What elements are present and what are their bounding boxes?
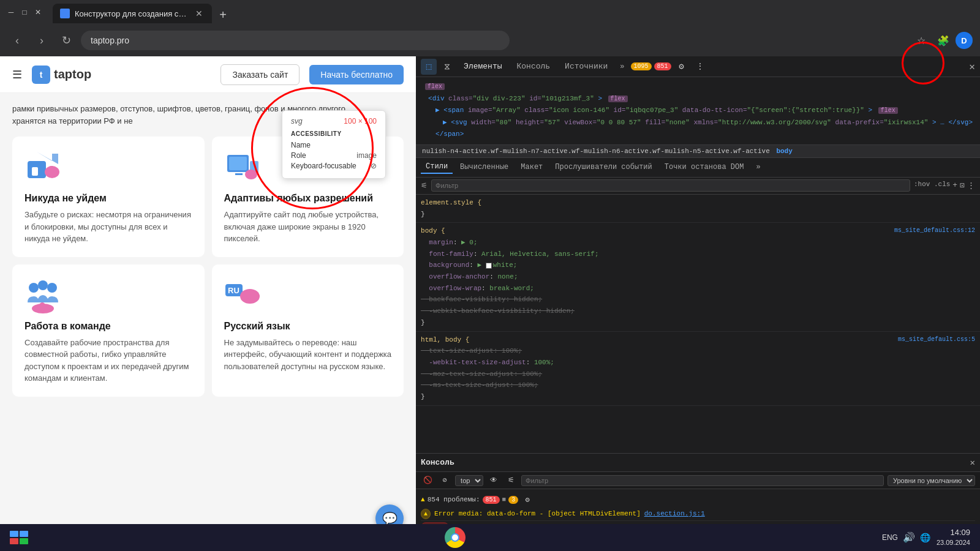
clock-date: 23.09.2024	[937, 538, 970, 547]
feature-desc-stay: Забудьте о рисках: несмотря на ограничен…	[24, 209, 192, 245]
feature-icon-adaptive	[224, 149, 261, 186]
tab-close-button[interactable]: ✕	[194, 8, 205, 19]
reload-button[interactable]: ↻	[56, 31, 76, 50]
tooltip-role-row: Role image	[291, 151, 377, 160]
feature-title-stay: Никуда не уйдем	[24, 193, 192, 204]
styles-tab-more[interactable]: »	[751, 161, 765, 173]
devtools-settings-button[interactable]: ⚙	[674, 59, 690, 75]
issue-separator: ■	[502, 496, 507, 503]
network-icon[interactable]: 🌐	[920, 533, 930, 542]
feature-icon-team	[24, 277, 61, 313]
taskbar: ENG 🔊 🌐 14:09 23.09.2024	[0, 524, 980, 551]
svg-rect-7	[235, 173, 243, 175]
devtools-tab-elements[interactable]: Элементы	[458, 59, 508, 73]
svg-point-12	[29, 283, 39, 293]
console-eye-icon[interactable]: 👁	[487, 474, 500, 487]
css-file-ref[interactable]: ms_site_default.css:12	[894, 225, 975, 236]
css-selector: element.style {	[421, 199, 481, 206]
console-file-link-1[interactable]: do.section.js:1	[644, 509, 705, 519]
styles-tab-layout[interactable]: Макет	[516, 161, 548, 173]
console-close-button[interactable]: ✕	[970, 457, 975, 468]
feature-card-russian: RU Русский язык Не задумывайтесь о перев…	[212, 264, 404, 397]
website-content: ☰ t taptop Заказать сайт Начать бесплатн…	[0, 56, 416, 551]
console-levels-select[interactable]: Уровни по умолчанию	[888, 475, 975, 486]
console-filter-input[interactable]	[521, 475, 884, 486]
styles-tab-computed[interactable]: Вычисленные	[455, 161, 513, 173]
html-line: flex	[416, 81, 980, 93]
taskbar-left	[10, 531, 28, 544]
dom-breadcrumb: nulish-n4-active.wf-mulish-n7-active.wf-…	[416, 145, 980, 158]
feature-title-russian: Русский язык	[224, 321, 392, 332]
devtools-more-button[interactable]: »	[616, 62, 628, 71]
logo-icon: t	[32, 66, 50, 84]
new-tab-button[interactable]: +	[214, 6, 232, 23]
console-filter-button[interactable]: ⊘	[438, 474, 451, 487]
svg-point-13	[38, 280, 48, 290]
profile-icon[interactable]: D	[956, 32, 973, 49]
chrome-taskbar-icon[interactable]	[445, 527, 466, 548]
maximize-button[interactable]: □	[20, 7, 29, 17]
hov-cls-label[interactable]: :hov .cls	[914, 181, 950, 190]
console-context-select[interactable]: top	[455, 475, 483, 486]
volume-icon[interactable]: 🔊	[903, 531, 915, 543]
console-filter-icon[interactable]: ⚟	[504, 474, 518, 487]
filter-input[interactable]	[431, 179, 910, 192]
forward-button[interactable]: ›	[32, 31, 51, 50]
html-line[interactable]: ▶ <svg width="80" height="57" viewBox="0…	[416, 117, 980, 129]
css-file-ref2[interactable]: ms_site_default.css:5	[898, 334, 975, 345]
html-line[interactable]: <div class="div div-223" id="101g213mf_3…	[416, 93, 980, 105]
styles-tab-styles[interactable]: Стили	[421, 160, 453, 174]
devtools-toolbar: ⬚ ⧖ Элементы Консоль Источники » 1095 85…	[416, 56, 980, 77]
window-controls: ─ □ ✕	[6, 7, 43, 17]
svg-rect-11	[249, 170, 252, 176]
issues-settings-icon[interactable]: ⚙	[521, 493, 534, 506]
element-tooltip: svg 100 × 100 ACCESSIBILITY Name Role im…	[282, 110, 386, 179]
devtools-more-options[interactable]: ⋮	[692, 59, 708, 75]
toolbar-right: ☆ 🧩 D	[911, 31, 973, 50]
tooltip-tag: svg	[291, 117, 303, 126]
styles-tab-breakpoints[interactable]: Точки останова DOM	[660, 161, 749, 173]
warning-badge: 851	[654, 62, 671, 70]
hamburger-icon[interactable]: ☰	[12, 68, 22, 81]
tooltip-name-label: Name	[291, 141, 311, 149]
html-line[interactable]: ▶ <span image="Array" class="icon icon-1…	[416, 105, 980, 117]
device-toolbar-button[interactable]: ⧖	[439, 59, 455, 75]
styles-tab-listeners[interactable]: Прослушиватели событий	[550, 161, 657, 173]
more-icon[interactable]: ⋮	[967, 181, 975, 190]
tooltip-name-row: Name	[291, 141, 377, 149]
console-clear-button[interactable]: 🚫	[421, 474, 434, 487]
extensions-icon[interactable]: 🧩	[933, 31, 953, 50]
address-input[interactable]: taptop.pro	[81, 31, 510, 50]
svg-rect-6	[229, 157, 247, 170]
minimize-button[interactable]: ─	[6, 7, 16, 17]
styles-tabs: Стили Вычисленные Макет Прослушиватели с…	[416, 158, 980, 178]
issues-warning-badge: 3	[508, 496, 518, 504]
add-class-icon[interactable]: +	[952, 181, 957, 190]
bookmark-icon[interactable]: ☆	[911, 31, 931, 50]
tab-bar: Конструктор для создания са... ✕ +	[48, 1, 236, 23]
tooltip-role-label: Role	[291, 151, 306, 160]
tooltip-keyboard-row: Keyboard-focusable ⊘	[291, 162, 377, 170]
tooltip-role-value: image	[356, 151, 377, 160]
start-button[interactable]: Начать бесплатно	[309, 65, 404, 84]
filter-bar: ⚟ :hov .cls + ⊡ ⋮	[416, 178, 980, 195]
close-button[interactable]: ✕	[33, 7, 43, 17]
toggle-icon[interactable]: ⊡	[960, 181, 965, 190]
feature-icon-stay	[24, 149, 61, 186]
time-display: 14:09 23.09.2024	[937, 527, 970, 548]
devtools-close-button[interactable]: ✕	[969, 61, 975, 73]
console-title: Консоль	[421, 458, 454, 467]
order-button[interactable]: Заказать сайт	[221, 64, 300, 85]
inspect-element-button[interactable]: ⬚	[421, 59, 437, 75]
back-button[interactable]: ‹	[7, 31, 27, 50]
svg-point-14	[47, 283, 57, 293]
windows-start-button[interactable]	[10, 531, 28, 544]
console-message-warning: ▲ Error media: data-do-form - [object HT…	[421, 508, 975, 521]
svg-rect-20	[246, 290, 252, 299]
feature-title-team: Работа в команде	[24, 321, 192, 332]
active-tab[interactable]: Конструктор для создания са... ✕	[53, 4, 212, 23]
devtools-tab-sources[interactable]: Источники	[559, 59, 614, 73]
title-bar: ─ □ ✕ Конструктор для создания са... ✕ +	[0, 0, 980, 24]
devtools-tab-console[interactable]: Консоль	[511, 59, 557, 73]
system-tray: ENG 🔊 🌐	[882, 531, 930, 543]
